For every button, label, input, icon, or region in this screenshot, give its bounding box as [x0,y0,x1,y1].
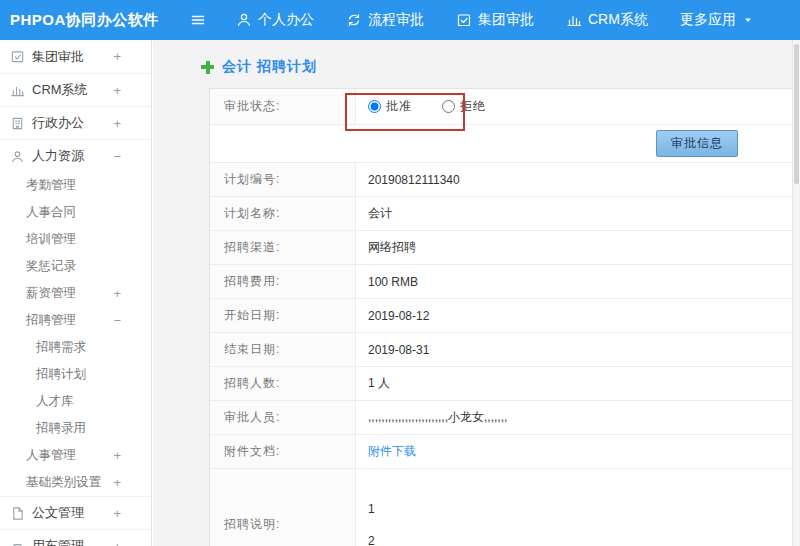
top-menu-label: 集团审批 [478,11,534,29]
field-label: 计划名称: [210,197,356,230]
field-label: 招聘人数: [210,367,356,400]
table-row: 招聘说明: 1 2 [210,469,792,546]
top-menu-item[interactable]: 更多应用 [680,11,754,29]
doc-icon [10,506,25,521]
field-label: 招聘费用: [210,265,356,298]
sidebar-item-label: 人事管理 [26,447,76,464]
top-menu-item[interactable]: CRM系统 [566,11,648,29]
table-row: 附件文档: 附件下载 [210,435,792,469]
radio-option-reject[interactable]: 拒绝 [442,98,486,115]
sidebar-item[interactable]: 行政办公 + [0,106,151,139]
building-icon [10,116,25,131]
sidebar-item[interactable]: 用车管理 + [0,529,151,546]
field-value: 2019-08-31 [356,343,792,357]
sidebar-item-label: 基础类别设置 [26,474,101,491]
sidebar-item[interactable]: 培训管理 [0,226,151,253]
caret-down-icon [742,14,754,26]
hamburger-icon[interactable] [190,12,206,28]
add-icon[interactable] [201,61,214,74]
field-value: 20190812111340 [356,173,792,187]
expand-toggle[interactable]: − [113,313,121,328]
sidebar-item-label: 用车管理 [32,537,84,546]
detail-table: 审批状态: 批准 拒绝 审批信息 计划编号: [209,88,792,546]
sidebar-item[interactable]: 人事管理 + [0,442,151,469]
sidebar-item[interactable]: 公文管理 + [0,496,151,529]
sidebar-item-label: 人力资源 [32,147,84,165]
scrollbar-thumb[interactable] [794,44,799,184]
radio-option-approve[interactable]: 批准 [368,98,412,115]
approve-radio[interactable] [368,100,381,113]
expand-toggle[interactable]: − [113,149,121,164]
expand-toggle[interactable]: + [113,475,121,490]
table-row: 开始日期: 2019-08-12 [210,299,792,333]
button-row: 审批信息 [210,125,792,163]
field-value: 会计 [356,205,792,222]
table-row: 审批人员: ,,,,,,,,,,,,,,,,,,,,,,,,小龙女,,,,,,, [210,401,792,435]
car-icon [10,539,25,546]
field-label: 招聘渠道: [210,231,356,264]
top-menu-item[interactable]: 个人办公 [236,11,314,29]
top-menu-item[interactable]: 流程审批 [346,11,424,29]
expand-toggle[interactable]: + [113,448,121,463]
sidebar-item-label: 招聘需求 [36,339,86,356]
top-menu-item[interactable]: 集团审批 [456,11,534,29]
sidebar-item-label: 招聘录用 [36,420,86,437]
field-value: 1 人 [356,375,792,392]
main-content: 会计 招聘计划 审批状态: 批准 拒绝 审批信息 [153,40,792,546]
sidebar-item[interactable]: 集团审批 + [0,40,151,73]
sidebar-item-label: 招聘计划 [36,366,86,383]
field-value: 2019-08-12 [356,309,792,323]
topbar: PHPOA协同办公软件 个人办公 流程审批 集团审批 [0,0,800,40]
top-menu-label: CRM系统 [588,11,648,29]
person-icon [236,12,252,28]
field-label: 审批状态: [210,89,356,124]
field-label: 结束日期: [210,333,356,366]
expand-toggle[interactable]: + [113,116,121,131]
expand-toggle[interactable]: + [113,83,121,98]
top-menu-label: 个人办公 [258,11,314,29]
sidebar-item-label: 人事合同 [26,204,76,221]
sidebar-item[interactable]: 奖惩记录 [0,253,151,280]
sidebar-item[interactable]: 招聘计划 [0,361,151,388]
expand-toggle[interactable]: + [113,506,121,521]
sidebar-item-label: 招聘管理 [26,312,76,329]
field-label: 招聘说明: [210,469,356,546]
reject-radio[interactable] [442,100,455,113]
sidebar-item-label: 奖惩记录 [26,258,76,275]
table-row: 招聘人数: 1 人 [210,367,792,401]
bar-chart-icon [10,83,25,98]
sidebar-item[interactable]: 薪资管理 + [0,280,151,307]
expand-toggle[interactable]: + [113,539,121,546]
sidebar-item[interactable]: 招聘需求 [0,334,151,361]
expand-toggle[interactable]: + [113,286,121,301]
sidebar-item[interactable]: 基础类别设置 + [0,469,151,496]
edit-square-icon [10,49,25,64]
sidebar-item[interactable]: 招聘管理 − [0,307,151,334]
sidebar-item[interactable]: CRM系统 + [0,73,151,106]
field-value: 100 RMB [356,275,792,289]
field-value: 网络招聘 [356,239,792,256]
approval-info-button[interactable]: 审批信息 [656,130,738,157]
table-row: 计划名称: 会计 [210,197,792,231]
sidebar-item[interactable]: 考勤管理 [0,172,151,199]
status-row: 审批状态: 批准 拒绝 [210,89,792,125]
status-radios: 批准 拒绝 [356,98,792,115]
sidebar-item[interactable]: 招聘录用 [0,415,151,442]
table-row: 招聘费用: 100 RMB [210,265,792,299]
field-label: 审批人员: [210,401,356,434]
sidebar-item[interactable]: 人力资源 − [0,139,151,172]
field-label: 计划编号: [210,163,356,196]
sidebar-item-label: 人才库 [36,393,74,410]
sidebar-item[interactable]: 人事合同 [0,199,151,226]
field-label: 附件文档: [210,435,356,468]
reject-radio-label: 拒绝 [460,98,486,115]
expand-toggle[interactable]: + [113,49,121,64]
sidebar-item-label: 考勤管理 [26,177,76,194]
attachment-download-link[interactable]: 附件下载 [356,443,792,460]
field-label: 开始日期: [210,299,356,332]
vertical-scrollbar[interactable] [792,40,800,546]
page-header: 会计 招聘计划 [153,40,792,88]
flow-icon [346,12,362,28]
sidebar-item[interactable]: 人才库 [0,388,151,415]
table-row: 招聘渠道: 网络招聘 [210,231,792,265]
